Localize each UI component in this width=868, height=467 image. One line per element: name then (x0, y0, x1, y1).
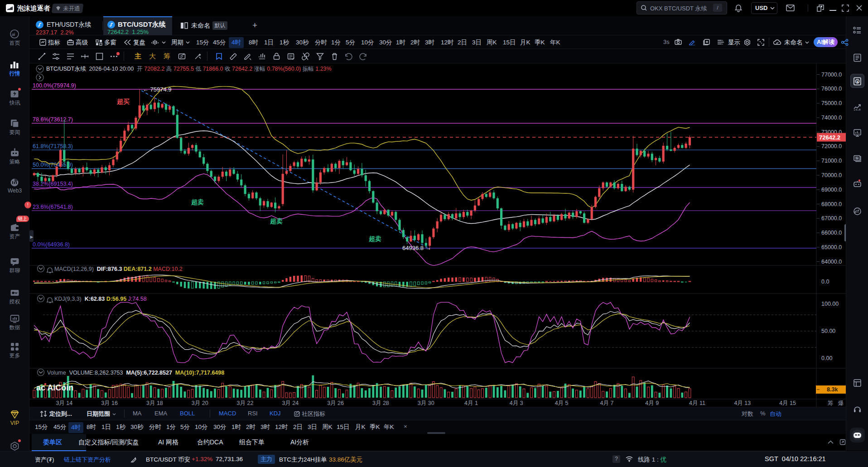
svg-text:4月 11: 4月 11 (689, 400, 705, 406)
svg-text:4月 5: 4月 5 (555, 400, 569, 406)
svg-text:4月 7: 4月 7 (600, 400, 613, 406)
svg-text:71000.0: 71000.0 (821, 158, 842, 164)
svg-text:3月 22: 3月 22 (237, 400, 254, 406)
svg-text:MACD(12,26,9) DIF:876.3 DEA:8: MACD(12,26,9) DIF:876.3 DEA:871.2 MACD:1… (54, 266, 183, 272)
svg-text:23.6%(67541.8): 23.6%(67541.8) (33, 204, 73, 210)
svg-text:筹: 筹 (828, 400, 834, 406)
svg-text:75000.0: 75000.0 (821, 100, 842, 106)
svg-text:3月 30: 3月 30 (418, 400, 434, 406)
svg-text:超卖: 超卖 (270, 217, 283, 225)
svg-text:76000.0: 76000.0 (821, 86, 842, 92)
svg-text:69000.0: 69000.0 (821, 187, 842, 193)
svg-text:64000.0: 64000.0 (821, 259, 842, 265)
svg-text:66000.0: 66000.0 (821, 230, 842, 236)
svg-text:3月 18: 3月 18 (146, 400, 163, 406)
svg-text:100.0%(75974.9): 100.0%(75974.9) (33, 82, 76, 89)
svg-text:4月 13: 4月 13 (734, 400, 751, 406)
svg-text:3月 16: 3月 16 (101, 400, 118, 406)
svg-text:ai: ai (12, 32, 15, 37)
svg-text:3月 26: 3月 26 (327, 400, 344, 406)
svg-text:BTC/USDT永续 2026-04-10 20:00: BTC/USDT永续 2026-04-10 20:00 开 72082.2 高 … (46, 66, 332, 72)
svg-text:61.8%(71758.3): 61.8%(71758.3) (33, 143, 73, 149)
svg-text:← 75974.9: ← 75974.9 (143, 86, 172, 93)
svg-text:77000.0: 77000.0 (821, 72, 842, 78)
svg-text:3月 28: 3月 28 (372, 400, 389, 406)
svg-text:4月 3: 4月 3 (510, 400, 523, 406)
svg-text:0.0: 0.0 (821, 279, 829, 285)
svg-text:KDJ(9,3,3) K:62.83 D:56.95 J:: KDJ(9,3,3) K:62.83 D:56.95 J:74.58 (54, 296, 147, 302)
svg-text:$: $ (857, 80, 859, 84)
svg-text:ac AiCoin: ac AiCoin (36, 383, 73, 392)
svg-text:3月 20: 3月 20 (192, 400, 208, 406)
svg-text:超卖: 超卖 (191, 198, 204, 206)
svg-text:72000.0: 72000.0 (821, 143, 842, 149)
svg-text:50.00: 50.00 (821, 328, 835, 334)
svg-text:4月 1: 4月 1 (464, 400, 478, 406)
svg-text:68000.0: 68000.0 (821, 201, 842, 207)
svg-text:100.00: 100.00 (821, 301, 839, 307)
svg-text:Volume VOLUME:8,262.3753 MA(: Volume VOLUME:8,262.3753 MA(5):6,722.852… (47, 370, 224, 376)
svg-text:超卖: 超卖 (368, 235, 381, 242)
svg-text:ETF: ETF (855, 157, 860, 159)
svg-text:8.3k: 8.3k (827, 386, 838, 393)
svg-text:爆: 爆 (838, 400, 844, 406)
svg-text:4月 9: 4月 9 (645, 400, 659, 406)
svg-text:4月 15: 4月 15 (779, 400, 796, 406)
svg-text:70000.0: 70000.0 (821, 172, 842, 178)
svg-text:超买: 超买 (116, 98, 130, 105)
svg-text:0.00: 0.00 (821, 355, 832, 361)
svg-text:▶: ▶ (30, 235, 34, 239)
svg-text:3月 14: 3月 14 (56, 400, 72, 406)
svg-text:78.6%(73612.7): 78.6%(73612.7) (33, 116, 73, 123)
svg-text:67000.0: 67000.0 (821, 215, 842, 221)
svg-text:74000.0: 74000.0 (821, 115, 842, 121)
svg-text:72642.2: 72642.2 (819, 134, 840, 141)
svg-text:64936.8 →: 64936.8 → (402, 245, 431, 251)
svg-text:3月 24: 3月 24 (282, 400, 299, 406)
svg-text:65000.0: 65000.0 (821, 244, 842, 250)
svg-text:0.0%(64936.8): 0.0%(64936.8) (33, 241, 70, 248)
